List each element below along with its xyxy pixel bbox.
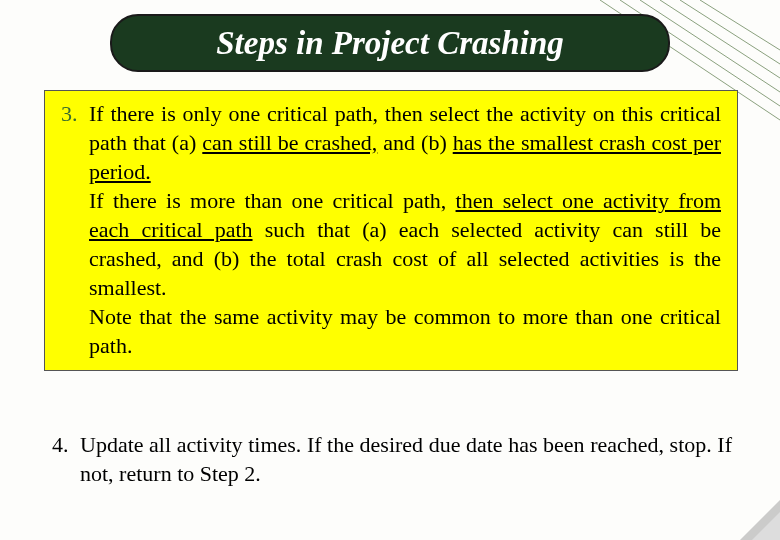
step-4-box: 4. Update all activity times. If the des… [52, 430, 732, 488]
svg-line-3 [660, 0, 780, 78]
step-3-para-1: If there is only one critical path, then… [89, 99, 721, 186]
page-curl [752, 512, 780, 540]
step-3-number: 3. [61, 99, 89, 360]
svg-line-4 [680, 0, 780, 64]
slide-title: Steps in Project Crashing [216, 25, 563, 62]
step-4-text: Update all activity times. If the desire… [80, 430, 732, 488]
slide-title-box: Steps in Project Crashing [110, 14, 670, 72]
step-3-body: If there is only one critical path, then… [89, 99, 721, 360]
svg-line-5 [700, 0, 780, 50]
step-3-para-2: If there is more than one critical path,… [89, 186, 721, 302]
step-3-highlight-box: 3. If there is only one critical path, t… [44, 90, 738, 371]
step-4-number: 4. [52, 430, 80, 488]
step-3-para-3: Note that the same activity may be commo… [89, 302, 721, 360]
